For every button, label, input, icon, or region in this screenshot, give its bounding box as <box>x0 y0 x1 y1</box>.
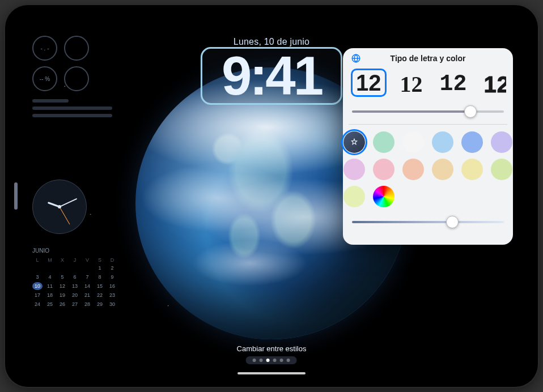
style-dot[interactable] <box>273 359 277 362</box>
style-dot[interactable] <box>260 359 263 362</box>
color-swatch-butter[interactable] <box>461 159 483 180</box>
divider <box>349 124 507 125</box>
calendar-weekday: M <box>45 256 55 264</box>
popover-title: Tipo de letra y color <box>391 54 466 63</box>
font-sample-1[interactable]: 12 <box>397 72 426 97</box>
calendar-weekday: V <box>82 256 92 264</box>
font-sample-0[interactable]: 12 <box>351 69 387 97</box>
calendar-day[interactable]: 4 <box>45 273 55 281</box>
color-swatch-sky[interactable] <box>432 131 453 153</box>
calendar-weekday: X <box>57 256 67 264</box>
color-swatch-mint[interactable] <box>373 131 394 153</box>
color-swatch-celery[interactable] <box>343 186 365 207</box>
calendar-day[interactable]: 13 <box>70 282 80 290</box>
calendar-widget[interactable]: JUNIO LMXJVSD 12345678910111213141516171… <box>32 248 123 308</box>
empty-widget[interactable] <box>64 66 89 91</box>
calendar-day[interactable]: 14 <box>82 282 92 290</box>
calendar-day[interactable]: 9 <box>107 273 117 281</box>
text-widget-placeholder[interactable] <box>32 99 123 117</box>
color-swatch-lavender[interactable] <box>491 131 512 153</box>
lock-clock-time: 9:41 <box>222 49 321 103</box>
calendar-day[interactable]: 27 <box>70 300 80 308</box>
calendar-day[interactable]: 25 <box>45 300 55 308</box>
calendar-day[interactable]: 7 <box>82 273 92 281</box>
activity-widget[interactable]: - . - <box>32 36 57 61</box>
widgets-column: - . - -- % JUNIO LMXJVSD 123456789101112… <box>32 36 123 308</box>
calendar-day[interactable]: 11 <box>45 282 55 290</box>
calendar-weekday: S <box>95 256 105 264</box>
style-dot[interactable] <box>253 359 256 362</box>
calendar-day[interactable]: 2 <box>107 264 117 272</box>
color-swatch-rainbow[interactable] <box>373 186 394 207</box>
calendar-day[interactable]: 30 <box>107 300 117 308</box>
precip-widget[interactable]: -- % <box>32 66 57 91</box>
color-swatch-white[interactable] <box>402 131 424 153</box>
color-grid <box>350 131 506 207</box>
calendar-day[interactable]: 23 <box>107 291 117 299</box>
color-swatch-peach[interactable] <box>402 159 424 180</box>
font-weight-slider[interactable] <box>352 105 504 118</box>
calendar-day[interactable]: 26 <box>57 300 67 308</box>
calendar-month: JUNIO <box>32 248 123 254</box>
font-sample-3[interactable]: 12 <box>481 72 506 97</box>
color-swatch-dynamic[interactable] <box>343 131 365 153</box>
calendar-day[interactable]: 18 <box>45 291 55 299</box>
ipad-frame: Lunes, 10 de junio 9:41 - . - -- % JUNIO <box>5 5 538 387</box>
color-swatch-sand[interactable] <box>432 159 453 180</box>
calendar-day[interactable]: 28 <box>82 300 92 308</box>
style-dot[interactable] <box>287 359 290 362</box>
color-swatch-blue[interactable] <box>461 131 483 153</box>
style-switcher-label: Cambiar entre estilos <box>237 344 307 353</box>
font-sample-2[interactable]: 12 <box>436 72 470 97</box>
vibrance-slider[interactable] <box>352 215 504 229</box>
calendar-day[interactable]: 12 <box>57 282 67 290</box>
calendar-day[interactable]: 15 <box>95 282 105 290</box>
side-indicator <box>14 182 18 210</box>
home-indicator[interactable] <box>237 372 306 374</box>
calendar-day[interactable]: 19 <box>57 291 67 299</box>
calendar-day[interactable]: 24 <box>32 300 43 308</box>
globe-icon[interactable] <box>350 52 362 65</box>
calendar-day[interactable]: 22 <box>95 291 105 299</box>
calendar-day[interactable]: 17 <box>32 291 43 299</box>
calendar-day[interactable]: 6 <box>70 273 80 281</box>
font-picker-row: 12121212 <box>350 66 506 103</box>
color-swatch-pink[interactable] <box>373 159 394 180</box>
style-dot[interactable] <box>266 359 270 362</box>
style-dot[interactable] <box>280 359 283 362</box>
calendar-day[interactable]: 16 <box>107 282 117 290</box>
calendar-weekday: J <box>70 256 80 264</box>
calendar-day[interactable]: 3 <box>32 273 43 281</box>
style-dots <box>246 356 297 364</box>
color-swatch-mauve[interactable] <box>343 159 365 180</box>
lock-clock[interactable]: 9:41 <box>201 47 342 105</box>
sunrise-widget[interactable] <box>64 36 89 61</box>
lock-screen: Lunes, 10 de junio 9:41 - . - -- % JUNIO <box>13 13 530 379</box>
analog-clock-widget[interactable] <box>32 180 87 234</box>
calendar-day[interactable]: 5 <box>57 273 67 281</box>
calendar-day[interactable]: 1 <box>95 264 105 272</box>
font-color-popover: Tipo de letra y color 12121212 <box>343 48 513 245</box>
calendar-day[interactable]: 21 <box>82 291 92 299</box>
calendar-weekday: D <box>107 256 117 264</box>
calendar-day[interactable]: 20 <box>70 291 80 299</box>
color-swatch-lime[interactable] <box>491 159 512 180</box>
calendar-day[interactable]: 29 <box>95 300 105 308</box>
calendar-weekday: L <box>32 256 43 264</box>
calendar-day[interactable]: 10 <box>32 282 43 290</box>
calendar-day[interactable]: 8 <box>95 273 105 281</box>
style-switcher[interactable]: Cambiar entre estilos <box>237 344 307 364</box>
